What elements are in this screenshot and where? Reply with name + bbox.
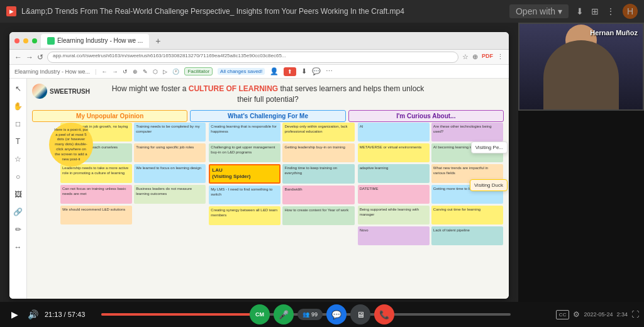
more-icon[interactable]: ⋮ [606,6,615,16]
sticky-note[interactable]: Are these other technologies being used? [431,123,503,141]
sticky-note[interactable]: adaptive learning [358,164,430,183]
share-screen-button[interactable]: 🖥 [350,304,370,324]
visiting-duck-panel: Visiting Duck [470,179,508,191]
end-call-button[interactable]: 📞 [374,304,394,324]
toolbar-play[interactable]: ▷ [163,69,167,75]
sticky-note[interactable]: Develop only within organization, lack p… [282,123,354,141]
browser-frame: Elearning Industry - How we ... + ← → ↺ … [9,32,509,299]
shape-tool[interactable]: ○ [12,170,25,183]
tab-label: Elearning Industry - How we ... [57,37,143,44]
sticky-note[interactable]: Training needs to be completed by my com… [134,123,206,141]
link-tool[interactable]: 🔗 [12,206,25,218]
main-area: Hernan Muñoz Elearning Industry - How we… [0,23,644,327]
sticky-note[interactable]: Creating learning that is responsible fo… [209,123,280,141]
sticky-note[interactable]: Getting leadership buy-in on training [282,143,354,162]
browser-tab[interactable]: Elearning Industry - How we ... [41,34,149,48]
time-display-meeting: 2:34 [616,311,628,318]
question-prefix: How might we foster a [112,84,189,93]
browser-chrome: Elearning Industry - How we ... + [9,32,509,50]
participants-button[interactable]: 👥 99 [297,309,323,320]
avatar[interactable]: H [623,4,638,19]
toolbar-undo[interactable]: ↺ [123,69,128,75]
sticky-note[interactable]: We learned to focus on learning design [134,164,206,183]
cursor-tool[interactable]: ↖ [12,82,25,95]
toolbar-back[interactable]: ← [101,69,107,75]
settings-icon[interactable]: ⚙ [573,310,580,319]
chat-button[interactable]: 💬 [326,304,347,324]
reload-button[interactable]: ↺ [37,53,43,62]
mural-canvas[interactable]: ↖ ✋ □ T ☆ ○ 🖼 🔗 ✏ ↔ SWEETRUSH [9,79,509,299]
sticky-note[interactable]: Business leaders do not measure learning… [134,185,206,204]
more-toolbar-icon[interactable]: ⋯ [326,67,333,75]
sr-logo-icon [32,84,47,99]
toolbar-forward[interactable]: → [112,69,118,75]
presenter-name: Hernan Muñoz [590,29,638,36]
sticky-note[interactable]: My LMS - I need to find something to swi… [209,186,280,204]
extension-icon[interactable]: ⊕ [472,53,478,61]
stickies-area: There is a peak in job growth, no laying… [32,123,504,294]
bottom-right-info: CC ⚙ 2022-05-24 2:34 ⛶ [518,302,644,327]
cm-button[interactable]: CM [250,304,270,324]
cc-button[interactable]: CC [556,310,570,319]
address-bar: ← → ↺ app.mural.co/t/sweetrush6163/m/swe… [9,50,509,65]
mic-button[interactable]: 🎤 [274,304,294,324]
sticky-note[interactable]: How to create content for Year of work [282,206,354,225]
more-actions-icon[interactable]: ⋮ [497,53,504,61]
toolbar-timer[interactable]: 🕐 [172,69,179,75]
sticky-note[interactable]: We should recommend L&D solutions [60,206,132,224]
sweetrush-logo: SWEETRUSH [32,84,90,99]
sticky-note[interactable]: Leadership needs to take a more active r… [60,164,132,183]
new-tab-button[interactable]: + [153,36,163,46]
sticky-note[interactable]: METAVERSE or virtual environments [358,143,430,162]
comment-icon[interactable]: 💬 [312,67,321,75]
forward-button[interactable]: → [26,53,33,62]
back-button[interactable]: ← [14,53,22,62]
sticky-note[interactable]: Can not focus on training unless basic n… [60,185,132,204]
question-highlight: CULTURE OF LEARNING [189,84,278,93]
share-button[interactable]: ⬆ [284,67,296,76]
mural-breadcrumb: Elearning Industry - How we... [14,69,90,75]
toolbar-shapes[interactable]: ⬡ [153,69,158,75]
minimize-dot[interactable] [23,38,28,43]
sticky-note[interactable]: DATETIME [358,185,430,204]
hand-tool[interactable]: ✋ [12,100,25,113]
lau-sticky[interactable]: LAU(Visiting Spider) [209,164,280,184]
pdf-icon: PDF [482,53,493,61]
pen-tool[interactable]: ✏ [12,223,25,236]
saved-badge: All changes saved! [218,68,265,75]
connect-tool[interactable]: ↔ [12,241,25,253]
sticky-note[interactable]: Novo [358,226,430,245]
window-title: L&amp;D Trends From The Real-World Chall… [21,7,509,16]
sticky-note[interactable]: AI [358,123,430,141]
download-board-icon[interactable]: ⬇ [301,67,307,75]
grid-icon[interactable]: ⊞ [591,6,599,16]
download-icon[interactable]: ⬇ [576,6,584,16]
volume-icon[interactable]: 🔊 [28,309,38,319]
sticky-note[interactable]: Training for using specific job roles [134,143,206,162]
play-button[interactable]: ▶ [8,308,21,321]
titlebar: ▶ L&amp;D Trends From The Real-World Cha… [0,0,644,23]
sticky-note[interactable]: Finding time to keep training on everyth… [282,164,354,184]
close-dot[interactable] [14,38,19,43]
titlebar-actions: Open with ▾ ⬇ ⊞ ⋮ H [509,4,638,19]
text-tool[interactable]: T [12,135,25,148]
fullscreen-icon[interactable]: ⛶ [631,310,639,319]
sticky-tool[interactable]: □ [12,118,25,130]
image-tool[interactable]: 🖼 [12,188,25,201]
bookmark-icon[interactable]: ☆ [462,53,469,61]
star-tool[interactable]: ☆ [12,153,25,165]
maximize-dot[interactable] [32,38,37,43]
sticky-note[interactable]: Bandwidth [282,186,354,204]
sticky-note[interactable]: Challenging to get upper management buy-… [209,143,280,162]
left-tools: ↖ ✋ □ T ☆ ○ 🖼 🔗 ✏ ↔ [9,79,27,299]
sticky-note[interactable]: Creating synergy between all L&D team me… [209,206,280,225]
toolbar-pen[interactable]: ✎ [143,69,148,75]
sticky-note[interactable]: Carving out time for learning [431,206,503,224]
facilitator-badge[interactable]: Facilitator [184,67,213,75]
toolbar-add[interactable]: ⊕ [133,69,138,75]
sticky-note[interactable]: Being supported while learning with mana… [358,206,430,224]
address-input[interactable]: app.mural.co/t/sweetrush6163/m/sweetrush… [47,52,458,63]
open-with-button[interactable]: Open with ▾ [509,4,569,18]
screen-content: Elearning Industry - How we ... + ← → ↺ … [0,23,518,302]
sticky-note[interactable]: Lack of talent pipeline [431,226,503,245]
